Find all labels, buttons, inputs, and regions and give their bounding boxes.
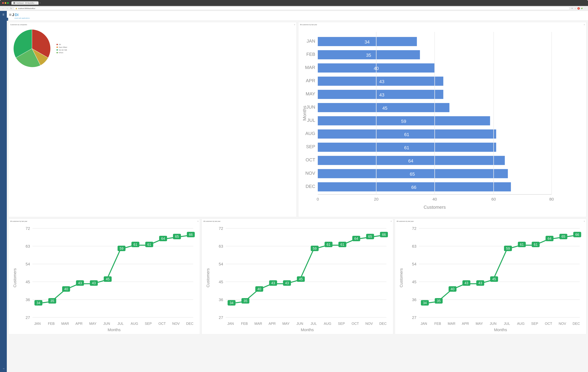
line3-y-label: Customers bbox=[399, 268, 403, 287]
line3-pt-oct: 64 bbox=[547, 237, 551, 240]
new-tab-button[interactable]: + bbox=[39, 2, 41, 4]
top-charts-grid: Customers by companies ≡ bbox=[9, 22, 586, 217]
back-button[interactable]: ← bbox=[2, 7, 5, 10]
line1-x-aug: AUG bbox=[131, 322, 138, 325]
line3-pt-may: 43 bbox=[478, 281, 482, 285]
tab-title: Dashboard - JDi Backoffice bbox=[16, 2, 34, 4]
close-button[interactable] bbox=[2, 2, 4, 4]
profile-icon[interactable]: S bbox=[578, 7, 580, 10]
line1-y-72: 72 bbox=[26, 226, 30, 231]
bar-val-jul: 59 bbox=[401, 119, 406, 124]
line1-x-jun: JUN bbox=[103, 322, 110, 325]
line3-y-45: 45 bbox=[412, 280, 416, 284]
forward-button[interactable]: → bbox=[6, 7, 9, 10]
address-bar[interactable]: 🔒 localhost:3000/backoffice/ bbox=[14, 7, 570, 10]
line1-pt-aug: 61 bbox=[134, 242, 137, 246]
bar-val-sep: 61 bbox=[404, 145, 409, 150]
line1-y-54: 54 bbox=[26, 262, 30, 266]
line1-x-jul: JUL bbox=[117, 322, 124, 325]
url-text: localhost:3000/backoffice/ bbox=[18, 8, 35, 9]
legend-dot-olifant bbox=[56, 47, 58, 48]
browser-window: Dashboard - JDi Backoffice ✕ + ← → ↻ 🔒 l… bbox=[0, 0, 588, 372]
line3-x-dec: DEC bbox=[572, 322, 580, 325]
line3-x-nov: NOV bbox=[559, 322, 566, 325]
line1-pt-sep: 61 bbox=[147, 242, 151, 246]
line-chart-1-menu-icon[interactable]: ≡ bbox=[197, 220, 199, 222]
bar-val-oct: 64 bbox=[408, 158, 413, 163]
line2-pt-feb: 35 bbox=[243, 299, 247, 303]
line2-x-jan: JAN bbox=[227, 322, 234, 325]
sidebar-expand-button[interactable]: › bbox=[7, 18, 8, 21]
extensions-icon[interactable]: 🧩 bbox=[581, 7, 583, 10]
line3-pt-jul: 59 bbox=[506, 246, 510, 250]
bar-label-apr: APR bbox=[306, 78, 315, 83]
line1-y-label: Customers bbox=[13, 268, 17, 287]
line1-pt-may: 43 bbox=[92, 281, 96, 285]
x-tick-60: 60 bbox=[491, 197, 496, 201]
line3-y-54: 54 bbox=[412, 262, 416, 266]
line1-pt-jan: 34 bbox=[36, 301, 40, 305]
bar-chart-card: All customers by last year ≡ JAN FEB MAR… bbox=[298, 22, 586, 217]
line2-x-nov: NOV bbox=[366, 322, 373, 325]
logo-icon: ≡ bbox=[9, 12, 11, 17]
maximize-button[interactable] bbox=[7, 2, 9, 4]
line1-x-dec: DEC bbox=[186, 322, 194, 325]
bar-label-mar: MAR bbox=[305, 65, 315, 70]
pie-chart-menu-icon[interactable]: ≡ bbox=[294, 23, 295, 26]
line-chart-2-menu-icon[interactable]: ≡ bbox=[390, 220, 392, 222]
toolbar-actions: ⬇ ☆ S 🧩 ⋮ bbox=[571, 7, 586, 10]
bookmark-icon[interactable]: ☆ bbox=[574, 7, 577, 10]
refresh-button[interactable]: ↻ bbox=[10, 7, 12, 10]
bar-label-sep: SEP bbox=[306, 144, 315, 149]
line2-x-aug: AUG bbox=[324, 322, 331, 325]
sidebar-toggle-button[interactable]: ☰ bbox=[1, 12, 5, 17]
line3-pt-aug: 61 bbox=[520, 242, 524, 246]
line3-y-27: 27 bbox=[412, 315, 416, 320]
x-tick-20: 20 bbox=[374, 197, 378, 201]
logout-button[interactable]: ⊣ bbox=[1, 367, 5, 371]
bar-chart-menu-icon[interactable]: ≡ bbox=[584, 23, 585, 26]
line3-y-63: 63 bbox=[412, 244, 416, 248]
line2-x-may: MAY bbox=[283, 322, 290, 325]
line2-y-label: Customers bbox=[206, 268, 210, 287]
line3-pt-sep: 61 bbox=[534, 242, 537, 246]
line1-y-45: 45 bbox=[26, 280, 30, 284]
line1-pt-mar: 40 bbox=[64, 287, 68, 291]
line3-pt-jan: 34 bbox=[423, 301, 427, 305]
line2-y-72: 72 bbox=[219, 226, 223, 231]
line1-pt-feb: 35 bbox=[50, 299, 54, 303]
line-chart-3-menu-icon[interactable]: ≡ bbox=[584, 220, 585, 222]
bar-val-may: 43 bbox=[379, 92, 384, 97]
line-chart-3-title: All customers by last year bbox=[397, 220, 585, 222]
line-chart-3-svg: 72 63 54 45 36 27 34 35 40 bbox=[397, 223, 585, 332]
settings-icon[interactable]: ⋮ bbox=[584, 7, 586, 10]
tab-bar: Dashboard - JDi Backoffice ✕ + bbox=[11, 1, 586, 5]
line2-pt-nov: 65 bbox=[368, 235, 372, 238]
line3-x-aug: AUG bbox=[517, 322, 525, 325]
bar-chart-svg: JAN FEB MAR APR MAY JUN JUL AUG SEP OCT … bbox=[300, 27, 585, 215]
bar-val-jun: 45 bbox=[382, 106, 387, 111]
line2-pt-sep: 61 bbox=[341, 242, 344, 246]
line2-pt-dec: 66 bbox=[382, 233, 386, 236]
line3-x-feb: FEB bbox=[434, 322, 441, 325]
line2-path bbox=[231, 235, 383, 304]
bar-chart-title: All customers by last year bbox=[300, 24, 585, 25]
line3-pt-dec: 66 bbox=[575, 233, 579, 236]
line2-x-dec: DEC bbox=[379, 322, 387, 325]
line2-x-oct: OCT bbox=[352, 322, 359, 325]
pie-chart-legend: JDI Open Olifant Van der Valk bbox=[56, 44, 67, 53]
download-icon[interactable]: ⬇ bbox=[571, 7, 573, 10]
x-tick-80: 80 bbox=[549, 197, 554, 201]
browser-titlebar: Dashboard - JDi Backoffice ✕ + bbox=[0, 0, 588, 6]
bar-val-apr: 43 bbox=[379, 79, 384, 84]
tab-close-icon[interactable]: ✕ bbox=[35, 2, 37, 4]
lock-icon: 🔒 bbox=[15, 8, 17, 9]
logo-j: J bbox=[12, 13, 14, 17]
line-chart-card-3: All customers by last year ≡ 72 63 54 bbox=[395, 219, 586, 334]
active-tab[interactable]: Dashboard - JDi Backoffice ✕ bbox=[11, 1, 39, 5]
line2-x-jun: JUN bbox=[296, 322, 303, 325]
bar-val-nov: 65 bbox=[410, 172, 415, 177]
minimize-button[interactable] bbox=[5, 2, 6, 4]
logo-image: ≡ J Di bbox=[9, 12, 30, 17]
x-axis-label: Customers bbox=[424, 205, 446, 210]
